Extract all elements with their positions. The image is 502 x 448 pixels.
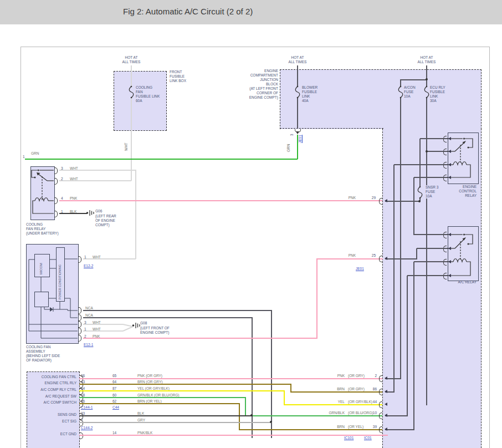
wire-grn-main [25,159,298,160]
wire-wht [83,330,123,332]
junction-dot [270,421,272,423]
wire-front-feed-lower [131,98,132,181]
pin-number: 25 [361,253,376,258]
wire-internal [414,234,448,235]
fan-assembly-internals-icon [26,244,78,343]
wire-internal [385,429,414,430]
pin-arc [443,149,447,155]
pin-number: 10 [365,411,377,415]
wht-vertical-label: WHT [124,134,129,151]
ground-id-g08: G08 [140,321,147,325]
pin-number: 1 [84,255,86,259]
pin-arrow-icon [448,274,451,277]
wire-internal [407,276,408,416]
wire-internal [385,201,420,202]
pin-number: 44 [365,400,377,404]
wire-internal [394,164,448,165]
pin-arrow-icon [448,150,451,153]
wire-fuse-bus [400,79,427,80]
wire-name: GRN/BLK [306,411,345,415]
hot-at-label-2: HOT AT ALL TIMES [284,55,311,64]
wire-front-feed-upper [131,65,132,86]
ground-id-g06: G06 [95,209,102,213]
pin-arc [443,259,447,266]
wire-internal [385,258,417,259]
pin-arc [443,232,447,238]
pin-number: 1 [23,155,25,159]
pin-arc [379,198,382,205]
pin-number: 65 [112,374,116,378]
acon-fuse-label: A/CON FUSE 10A [404,85,416,99]
wire-blk-g06 [59,213,87,214]
connector-link-ic101[interactable]: IC101 [344,436,354,440]
junction-block-label: ENGINE COMPARTMENT JUNCTION BLOCK (AT LE… [235,69,278,99]
connector-link-c144-2[interactable]: C144-2 [81,426,93,430]
fuse-icon-cooling-fan [128,85,135,99]
connector-link-e12-1[interactable]: E12-1 [84,343,93,347]
connector-link-e12-2[interactable]: E12-2 [84,264,93,268]
wire-name: PNK [337,253,356,258]
connector-link-je01[interactable]: JE01 [356,267,364,271]
cooling-fan-relay-label: COOLING FAN RELAY (UNDER BATTERY) [26,222,59,236]
pin-number: 86 [365,387,377,391]
ac-relay-internals-icon [448,226,478,280]
pin-arc [379,389,382,395]
wire-pnk-29 [59,200,382,201]
pin-arrow-icon [385,427,387,431]
wire-internal [420,138,448,139]
pin-arc [443,246,447,252]
wiring-diagram-page: Fig 2: Automatic A/C Circuit (2 of 2) HO… [0,0,502,448]
pin-arrow-icon [448,247,451,250]
wire-name: PNK [306,374,345,378]
blower-fusible-link-label: BLOWER FUSIBLE LINK 40A [302,85,317,103]
wire-name: BRN [306,387,345,391]
pin-arrow-icon [385,257,387,260]
ecu-rly-fuse-label: ECU RLY FUSIBLE LINK 30A [430,85,445,103]
wire-brn2-row [239,403,240,430]
wire-internal [393,165,395,393]
wire-internal [385,415,407,416]
wire-name: BRN [306,425,345,429]
wire-alt-name: (OR YEL) [348,425,363,429]
wire-name: PNK (OR GRY) [137,374,162,378]
ecm-row-label: A/C COMP SWITCH [28,400,76,405]
wire-pnk-25 [316,259,317,338]
wire-blower-feed-lower [297,98,298,129]
wire-grnblk-row [79,397,245,398]
wire-blk-row [79,415,253,416]
wire-name: GRN [31,151,39,156]
connector-link-je01-top[interactable]: JE01 [298,129,303,143]
pin-arrow-icon [385,403,387,406]
pin-arrow-icon [448,260,451,263]
wire-nca [83,317,253,318]
fuse-icon-ecu-rly [423,85,430,99]
wire-blower-feed-upper [297,65,298,86]
cooling-fan-fusible-link-label: COOLING FAN FUSIBLE LINK 60A [136,85,160,103]
wire-pnk-25 [316,258,383,259]
cooling-fan-relay-internals-icon [30,166,54,219]
wire-pnk-25 [83,338,317,339]
wire-internal [413,262,414,430]
ecm-row-label: COOLING FAN CTRL [28,375,76,379]
wire-nca [271,310,272,438]
pin-arc [443,175,447,181]
front-box-label: FRONT FUSIBLE LINK BOX [170,70,186,83]
wire-internal [385,378,401,379]
connector-link-c44[interactable]: C44 [112,405,119,410]
pin-arc [379,401,382,408]
wire-wht [59,180,131,181]
ecm-row-label: SENS GND [28,413,76,417]
wire-ecu-column [426,98,427,405]
wire-pnk-row [79,378,382,379]
fuse-icon-acon [397,85,404,99]
hot-at-label-3: HOT AT ALL TIMES [413,55,440,64]
wire-name: YEL [306,400,345,404]
wire-internal [414,261,448,262]
fan-assembly-sub-box [34,292,49,307]
fuse-icon-blower [294,85,301,99]
wire-internal [416,248,417,259]
connector-link-ic01[interactable]: IC01 [364,436,372,440]
pin-arrow-icon [448,233,451,236]
pin-arrow-icon [385,390,387,393]
junction-dot [250,414,253,416]
